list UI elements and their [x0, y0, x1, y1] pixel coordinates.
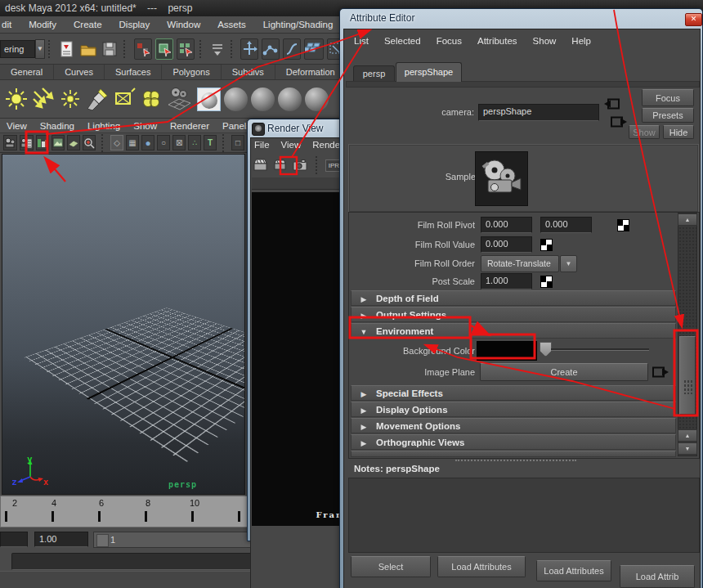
surface-grid-icon[interactable] [304, 38, 324, 60]
section-partially-hidden[interactable]: ▶ [351, 451, 676, 457]
menu-window[interactable]: Window [167, 20, 200, 29]
camera-name-field[interactable]: perspShape [478, 104, 599, 121]
load-attributes-button-2[interactable]: Load Attributes [536, 560, 611, 581]
ae-menu-help[interactable]: Help [571, 36, 591, 46]
film-roll-pivot-x-field[interactable]: 0.000 [481, 217, 532, 233]
section-output-settings[interactable]: ▶Output Settings [351, 307, 676, 322]
scrollbar-thumb[interactable] [679, 336, 696, 415]
material-sphere-icon[interactable] [303, 86, 330, 113]
camera-sample-swatch[interactable] [475, 151, 528, 206]
panel-menu-lighting[interactable]: Lighting [87, 121, 120, 131]
post-scale-field[interactable]: 1.000 [481, 273, 532, 290]
render-material-icon[interactable] [195, 86, 222, 113]
panel-menu-view[interactable]: View [7, 121, 27, 131]
panel-menu-shading[interactable]: Shading [40, 121, 74, 131]
resolution-gate-icon[interactable]: ⊠ [172, 135, 186, 150]
snap-mode-icon[interactable] [134, 38, 152, 60]
background-color-slider-track[interactable] [551, 348, 649, 351]
ae-menu-list[interactable]: List [354, 36, 369, 46]
spot-light-icon[interactable] [83, 86, 110, 113]
tab-perspshape[interactable]: perspShape [396, 62, 462, 82]
shelf-tab-surfaces[interactable]: Surfaces [105, 65, 162, 79]
ae-menu-focus[interactable]: Focus [437, 36, 462, 46]
attribute-editor-window[interactable]: Attribute Editor ✕ List Selected Focus A… [339, 8, 703, 588]
close-icon[interactable]: ✕ [685, 13, 702, 26]
film-roll-order-dropdown-arrow-icon[interactable]: ▼ [560, 255, 577, 272]
start-time-field[interactable] [0, 532, 28, 547]
ae-menu-attributes[interactable]: Attributes [477, 36, 517, 46]
playback-rate-field[interactable]: 1.00 [34, 532, 88, 547]
background-color-slider-handle[interactable] [540, 342, 552, 357]
range-slider-handle[interactable] [96, 534, 109, 547]
notes-drag-handle[interactable] [455, 460, 576, 461]
lighting-display-icon[interactable]: ○ [157, 135, 170, 150]
select-camera-icon[interactable] [3, 135, 17, 150]
curve-tool-icon[interactable] [283, 38, 301, 60]
menu-set-selector[interactable]: ering [0, 40, 35, 58]
section-movement-options[interactable]: ▶Movement Options [351, 418, 676, 433]
background-color-swatch[interactable] [477, 341, 537, 361]
film-roll-pivot-y-field[interactable]: 0.000 [540, 217, 592, 233]
edit-points-icon[interactable] [262, 38, 280, 60]
redo-previous-render-icon[interactable] [274, 159, 286, 172]
menu-create[interactable]: Create [74, 20, 102, 29]
camera-attributes-icon[interactable] [20, 135, 34, 150]
menu-lighting-shading[interactable]: Lighting/Shading [263, 20, 334, 29]
select-button[interactable]: Select [351, 556, 431, 577]
hide-button[interactable]: Hide [663, 125, 694, 139]
two-panel-layout-icon[interactable] [67, 135, 80, 150]
tab-scroll-strip[interactable] [346, 81, 700, 88]
panel-menu-renderer[interactable]: Renderer [170, 121, 209, 131]
notes-textarea[interactable] [348, 478, 700, 553]
image-plane-connection-icon[interactable] [652, 366, 669, 378]
film-gate-icon[interactable]: ▦ [126, 135, 139, 150]
shaded-display-icon[interactable]: ● [141, 135, 154, 150]
material-sphere-icon[interactable] [222, 86, 249, 113]
shelf-tab-subdivs[interactable]: Subdivs [222, 65, 275, 79]
material-sphere-icon[interactable] [276, 86, 303, 113]
ae-menu-selected[interactable]: Selected [384, 36, 421, 46]
scrollbar-up-icon[interactable]: ▲ [678, 213, 697, 226]
section-display-options[interactable]: ▶Display Options [351, 402, 676, 417]
input-connection-icon[interactable] [604, 98, 620, 110]
directional-light-icon[interactable] [29, 86, 56, 113]
menu-assets[interactable]: Assets [217, 20, 246, 29]
shelf-tab-general[interactable]: General [0, 65, 54, 79]
vertical-scrollbar[interactable] [678, 213, 697, 456]
render-current-frame-icon[interactable] [253, 158, 268, 173]
menu-set-dropdown-arrow-icon[interactable]: ▼ [35, 39, 46, 59]
menu-display[interactable]: Display [119, 20, 150, 29]
history-toggle-icon[interactable] [209, 39, 226, 59]
snapshot-icon[interactable] [293, 159, 307, 173]
film-roll-order-dropdown[interactable]: Rotate-Translate [481, 255, 559, 272]
shelf-tab-deformation[interactable]: Deformation [275, 65, 347, 79]
presets-button[interactable]: Presets [642, 108, 694, 123]
perspective-viewport[interactable]: y x z persp [2, 154, 245, 495]
isolate-select-icon[interactable]: □ [231, 135, 244, 150]
section-orthographic-views[interactable]: ▶Orthographic Views [351, 434, 676, 450]
area-light-icon[interactable] [110, 86, 137, 113]
select-by-object-type-icon[interactable] [155, 38, 173, 60]
section-depth-of-field[interactable]: ▶Depth of Field [351, 290, 676, 306]
section-environment[interactable]: ▼Environment [351, 323, 676, 339]
image-plane-icon[interactable] [51, 135, 65, 150]
menu-edit[interactable]: dit [2, 20, 11, 29]
shelf-tab-polygons[interactable]: Polygons [162, 65, 221, 79]
film-roll-value-texture-map-icon[interactable] [540, 239, 553, 251]
panel-menu-show[interactable]: Show [133, 121, 157, 131]
show-button[interactable]: Show [629, 125, 660, 139]
section-special-effects[interactable]: ▶Special Effects [351, 385, 676, 401]
render-view-window[interactable]: Render View File View Render IPR [247, 119, 345, 541]
zoom-select-icon[interactable] [83, 135, 96, 150]
material-sphere-icon[interactable] [249, 86, 276, 113]
film-roll-pivot-texture-map-icon[interactable] [617, 219, 629, 231]
select-by-component-icon[interactable] [177, 38, 195, 60]
texture-display-icon[interactable]: ∴ [188, 135, 201, 150]
focus-button[interactable]: Focus [642, 89, 694, 106]
output-connection-icon[interactable] [611, 116, 627, 128]
load-attributes-button-3[interactable]: Load Attrib [620, 565, 695, 588]
image-plane-create-button[interactable]: Create [480, 363, 648, 381]
shelf-tab-curves[interactable]: Curves [54, 65, 105, 79]
move-tool-icon[interactable] [240, 38, 258, 60]
textures-toggle-icon[interactable]: T [204, 135, 217, 150]
